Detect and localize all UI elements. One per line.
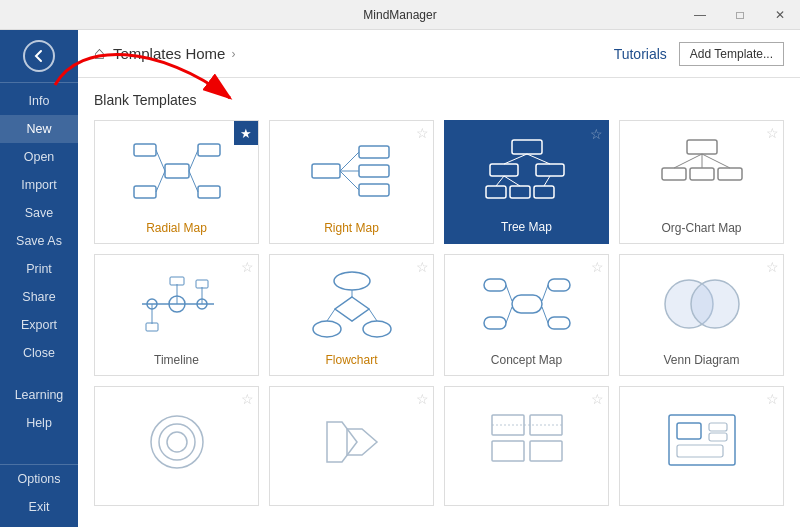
content-header: ⌂ Templates Home › Tutorials Add Templat… xyxy=(78,30,800,78)
template-card-row3-4[interactable]: ☆ xyxy=(619,386,784,506)
sidebar: Info New Open Import Save Save As Print … xyxy=(0,30,78,527)
sidebar-item-exit[interactable]: Exit xyxy=(0,493,78,521)
svg-line-50 xyxy=(369,309,377,321)
add-template-button[interactable]: Add Template... xyxy=(679,42,784,66)
svg-line-58 xyxy=(506,307,512,323)
sidebar-nav: Info New Open Import Save Save As Print … xyxy=(0,83,78,464)
sidebar-item-new[interactable]: New xyxy=(0,115,78,143)
svg-rect-18 xyxy=(536,164,564,176)
svg-line-15 xyxy=(340,171,359,190)
svg-rect-11 xyxy=(359,165,389,177)
breadcrumb-arrow-icon: › xyxy=(231,47,235,61)
svg-point-46 xyxy=(313,321,341,337)
sidebar-item-open[interactable]: Open xyxy=(0,143,78,171)
back-button[interactable] xyxy=(0,30,78,83)
main-layout: Info New Open Import Save Save As Print … xyxy=(0,30,800,527)
template-card-radial-map[interactable]: ★ xyxy=(94,120,259,244)
timeline-label: Timeline xyxy=(95,347,258,375)
tutorials-link[interactable]: Tutorials xyxy=(614,46,667,62)
app-title: MindManager xyxy=(363,8,436,22)
r33-label xyxy=(445,491,608,505)
back-circle-icon xyxy=(23,40,55,72)
svg-rect-29 xyxy=(690,168,714,180)
svg-rect-30 xyxy=(718,168,742,180)
window-controls: — □ ✕ xyxy=(680,0,800,30)
svg-rect-17 xyxy=(490,164,518,176)
title-bar: MindManager — □ ✕ xyxy=(0,0,800,30)
svg-rect-53 xyxy=(548,279,570,291)
svg-rect-20 xyxy=(510,186,530,198)
timeline-icon xyxy=(95,255,258,347)
svg-line-24 xyxy=(496,176,504,186)
svg-line-25 xyxy=(504,176,520,186)
svg-rect-75 xyxy=(709,423,727,431)
minimize-button[interactable]: — xyxy=(680,0,720,30)
svg-point-63 xyxy=(159,424,195,460)
template-card-timeline[interactable]: ☆ xyxy=(94,254,259,376)
sidebar-item-saveas[interactable]: Save As xyxy=(0,227,78,255)
star-outline-r32: ☆ xyxy=(416,391,429,407)
template-card-tree-map[interactable]: ☆ xyxy=(444,120,609,244)
close-button[interactable]: ✕ xyxy=(760,0,800,30)
svg-line-8 xyxy=(189,171,198,192)
star-outline: ☆ xyxy=(416,125,429,141)
star-outline-r34: ☆ xyxy=(766,391,779,407)
svg-marker-45 xyxy=(335,297,369,321)
templates-grid: ★ xyxy=(94,120,784,506)
svg-rect-19 xyxy=(486,186,506,198)
star-outline-org: ☆ xyxy=(766,125,779,141)
star-outline-venn: ☆ xyxy=(766,259,779,275)
svg-rect-54 xyxy=(484,317,506,329)
svg-rect-4 xyxy=(198,186,220,198)
svg-rect-27 xyxy=(687,140,717,154)
svg-rect-74 xyxy=(677,445,723,457)
sidebar-item-import[interactable]: Import xyxy=(0,171,78,199)
template-card-org-chart[interactable]: ☆ Org-Chart Map xyxy=(619,120,784,244)
sidebar-item-share[interactable]: Share xyxy=(0,283,78,311)
svg-point-64 xyxy=(167,432,187,452)
template-card-concept-map[interactable]: ☆ Conce xyxy=(444,254,609,376)
template-card-venn-diagram[interactable]: ☆ Venn Diagram xyxy=(619,254,784,376)
venn-diagram-label: Venn Diagram xyxy=(620,347,783,375)
svg-rect-3 xyxy=(134,186,156,198)
template-card-row3-1[interactable]: ☆ xyxy=(94,386,259,506)
r31-label xyxy=(95,491,258,505)
right-map-icon xyxy=(270,121,433,215)
template-card-row3-2[interactable]: ☆ xyxy=(269,386,434,506)
r32-label xyxy=(270,491,433,505)
sidebar-item-help[interactable]: Help xyxy=(0,409,78,437)
svg-rect-55 xyxy=(548,317,570,329)
concept-map-label: Concept Map xyxy=(445,347,608,375)
r34-icon xyxy=(620,387,783,491)
sidebar-item-close[interactable]: Close xyxy=(0,339,78,367)
svg-rect-21 xyxy=(534,186,554,198)
template-card-row3-3[interactable]: ☆ xyxy=(444,386,609,506)
svg-rect-76 xyxy=(709,433,727,441)
radial-map-label: Radial Map xyxy=(95,215,258,243)
sidebar-item-info[interactable]: Info xyxy=(0,87,78,115)
maximize-button[interactable]: □ xyxy=(720,0,760,30)
svg-line-57 xyxy=(542,285,548,301)
svg-line-5 xyxy=(156,150,165,171)
home-icon: ⌂ xyxy=(94,43,105,64)
star-outline-r31: ☆ xyxy=(241,391,254,407)
sidebar-section-learning xyxy=(0,367,78,381)
star-outline-tree: ☆ xyxy=(590,126,603,142)
sidebar-item-print[interactable]: Print xyxy=(0,255,78,283)
svg-line-49 xyxy=(327,309,335,321)
svg-rect-2 xyxy=(198,144,220,156)
star-badge: ★ xyxy=(234,121,258,145)
template-card-right-map[interactable]: ☆ Right Map xyxy=(269,120,434,244)
sidebar-item-export[interactable]: Export xyxy=(0,311,78,339)
svg-rect-28 xyxy=(662,168,686,180)
svg-line-31 xyxy=(674,154,702,168)
svg-line-7 xyxy=(156,171,165,192)
star-outline-r33: ☆ xyxy=(591,391,604,407)
template-card-flowchart[interactable]: ☆ Flowchart xyxy=(269,254,434,376)
sidebar-item-options[interactable]: Options xyxy=(0,465,78,493)
svg-rect-12 xyxy=(359,184,389,196)
svg-marker-66 xyxy=(347,429,377,455)
svg-rect-73 xyxy=(677,423,701,439)
sidebar-item-learning[interactable]: Learning xyxy=(0,381,78,409)
sidebar-item-save[interactable]: Save xyxy=(0,199,78,227)
